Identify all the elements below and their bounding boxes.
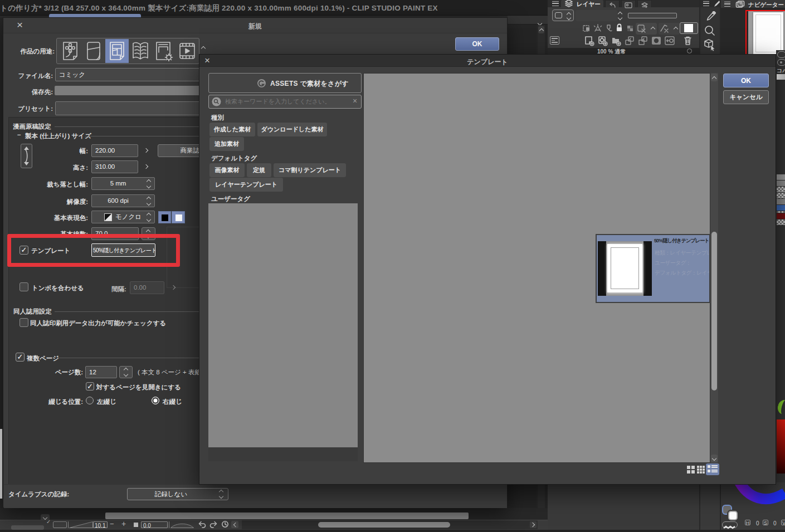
search-input[interactable] [224,96,341,107]
ruler-button[interactable] [659,23,680,35]
layer-color-button[interactable] [636,23,657,35]
page-count-input[interactable]: 12 [85,366,117,378]
swatch[interactable] [777,205,785,211]
panel-menu-icon[interactable] [552,1,559,6]
tab-navigator-label[interactable]: ナビゲーター [748,1,784,9]
tab-layer-property[interactable] [621,0,636,7]
template-item-selected[interactable]: 50%隠し付きテンプレート 種類：レイヤーテンプレート ユーザータグ： デフォル… [596,234,710,303]
view-small-thumbnails-button[interactable] [697,466,705,474]
spread-checkbox[interactable]: ✓ [86,382,94,391]
new-layer-pattern-icon[interactable] [597,35,608,46]
rotation-value-box[interactable]: 0.0 [141,521,168,528]
transfer-to-lower-icon[interactable] [624,35,635,46]
page-count-spinner[interactable] [119,366,133,378]
template-search-box[interactable]: × [208,95,362,109]
layer-entry-label[interactable]: 100 % 通常 [597,48,626,54]
clear-search-icon[interactable]: × [353,97,357,105]
zoom-in-button[interactable]: + [121,519,126,528]
circle-button-fragment[interactable] [777,59,785,66]
binding-size-collapse[interactable]: − [17,131,21,138]
bleed-select[interactable]: 5 mm [91,177,155,190]
doujin-checkbox[interactable] [19,318,28,327]
swatch[interactable] [777,199,785,205]
spacing-input[interactable]: 0.00 [130,281,164,294]
scroll-thumb[interactable] [711,232,717,391]
layer-mask-icon[interactable] [651,35,662,46]
tag-image-material[interactable]: 画像素材 [209,163,245,177]
swatch[interactable] [777,180,785,187]
use-webtoon-button[interactable] [82,39,105,63]
new-folder-icon[interactable] [611,35,622,46]
circle-button-fragment[interactable] [777,51,785,58]
use-animation-button[interactable] [175,39,199,63]
light-table-icon[interactable] [593,24,602,32]
cancel-button[interactable]: キャンセル [723,90,769,104]
binding-left-radio[interactable] [86,397,94,404]
user-tag-list[interactable] [208,203,358,447]
sub-color-swatch[interactable] [728,511,738,520]
layer-visibility-dot[interactable] [687,48,692,53]
timelapse-select[interactable]: 記録しない [127,488,228,500]
zoom-reset-button[interactable] [134,523,138,527]
tab-animation-cels[interactable] [637,0,652,7]
dpi-select[interactable]: 600 dpi [91,194,155,207]
scroll-down-button[interactable] [711,455,718,462]
zoom-out-button[interactable]: − [110,520,114,528]
use-fanzine-button[interactable] [129,39,152,63]
use-collapse-chevron[interactable] [201,46,206,51]
new-layer-icon[interactable] [584,35,595,46]
binding-right-radio[interactable] [152,397,159,404]
height-input[interactable]: 310.00 [91,160,138,173]
assets-search-button[interactable]: ASSETS で素材をさがす [208,73,362,93]
swatch[interactable] [777,213,785,219]
zoom-value-box[interactable]: 10.1 [93,521,108,528]
layer-list-view-icon[interactable] [550,36,559,45]
panel-menu-icon[interactable] [703,1,709,6]
scroll-up-button[interactable] [538,26,544,33]
view-large-thumbnails-button[interactable] [687,466,695,474]
redo-icon[interactable] [209,521,218,528]
tombo-checkbox[interactable] [19,282,28,291]
paper-color-swatch[interactable] [680,22,698,34]
tag-additional-materials[interactable]: 追加素材 [209,137,244,151]
ok-button[interactable]: OK [723,74,769,87]
view-list-button[interactable] [706,463,719,475]
3d-operation-tool-icon[interactable] [703,38,717,52]
scroll-up-button[interactable] [711,74,718,81]
tag-downloaded-materials[interactable]: ダウンロードした素材 [257,123,327,136]
pen-tool-icon[interactable] [712,0,720,8]
rotation-slider[interactable] [170,521,194,528]
tag-created-materials[interactable]: 作成した素材 [209,123,255,136]
undo-icon[interactable] [198,521,206,528]
init-color-white-button[interactable] [172,211,185,223]
template-list-scrollbar[interactable] [710,73,718,463]
zoom-tool-icon[interactable] [704,25,716,37]
layer-thumb-setting[interactable] [552,9,574,21]
tag-ruler[interactable]: 定規 [247,163,271,177]
page-manager-scrollbar[interactable] [105,513,469,519]
delete-layer-icon[interactable] [682,35,693,46]
lock-transparent-icon[interactable] [626,25,635,32]
collapse-left-button[interactable] [231,521,238,528]
canvas-hscrollbar[interactable] [242,520,538,529]
use-all-comic-settings-button[interactable] [152,39,175,63]
blend-mode-select[interactable] [576,10,617,21]
multipage-checkbox[interactable]: ✓ [16,353,25,362]
ok-button[interactable]: OK [455,37,499,51]
gradient-swatch-fragment[interactable] [777,74,785,80]
use-illustration-button[interactable] [58,39,82,63]
swatch[interactable] [777,193,785,199]
hscroll-thumb[interactable] [318,522,450,528]
swatch[interactable] [777,219,785,226]
width-input[interactable]: 220.00 [91,144,138,157]
merge-to-lower-icon[interactable] [637,35,649,46]
zoom-slider[interactable] [69,521,93,528]
eyedropper-tool-icon[interactable] [705,11,716,24]
init-color-black-button[interactable] [158,211,171,223]
lock-icon[interactable] [615,23,623,32]
tag-panel-template[interactable]: コマ割りテンプレート [274,163,346,177]
tab-layer[interactable]: レイヤー [561,0,603,7]
tab-undo-history[interactable] [605,0,620,7]
tag-layer-template[interactable]: レイヤーテンプレート [209,178,283,192]
swatch[interactable] [777,187,785,193]
